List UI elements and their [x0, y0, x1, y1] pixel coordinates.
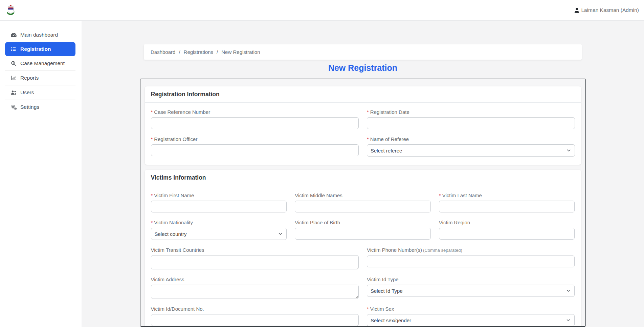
section-victims-information: Victims Information*Victim First NameVic…: [145, 170, 581, 327]
field-label-text: Registration Officer: [154, 136, 197, 142]
field-registration-date: *Registration Date: [367, 109, 575, 129]
required-asterisk: *: [151, 192, 153, 198]
field-label-text: Victim Id/Document No.: [151, 306, 204, 312]
breadcrumb-item-new-registration: New Registration: [221, 49, 260, 55]
victim-place-of-birth-input[interactable]: [295, 228, 431, 240]
field-victim-id-document-no: Victim Id/Document No.: [151, 306, 359, 326]
sidebar-item-case-management[interactable]: Case Management: [5, 56, 75, 70]
victim-transit-countries-textarea[interactable]: [151, 255, 359, 269]
field-victim-nationality: *Victim NationalitySelect country: [151, 220, 287, 240]
sidebar-item-main-dashboard[interactable]: Main dashboard: [5, 28, 75, 42]
field-label-text: Victim Transit Countries: [151, 247, 204, 253]
search-plus-icon: [10, 60, 17, 67]
victim-nationality-select[interactable]: Select country: [151, 228, 287, 240]
victim-address-textarea[interactable]: [151, 285, 359, 299]
required-asterisk: *: [367, 136, 369, 142]
coat-of-arms-logo-icon[interactable]: [5, 4, 16, 16]
list-icon: [10, 46, 17, 53]
sidebar-item-label: Settings: [20, 104, 39, 110]
field-label-text: Victim Address: [151, 277, 184, 282]
breadcrumb-separator: /: [179, 49, 180, 55]
required-asterisk: *: [151, 109, 153, 115]
field-victim-address: Victim Address: [151, 277, 359, 299]
section-title: Victims Information: [145, 170, 581, 186]
breadcrumb-item-dashboard[interactable]: Dashboard: [151, 49, 175, 55]
registration-form-card: Registration Information*Case Reference …: [140, 79, 586, 327]
field-victim-id-type: Victim Id TypeSelect Id Type: [367, 277, 575, 299]
section-registration-information: Registration Information*Case Reference …: [145, 86, 581, 165]
sidebar-item-registration[interactable]: Registration: [5, 42, 75, 56]
field-label-note: (Comma separated): [423, 248, 462, 253]
field-label: Victim Id/Document No.: [151, 306, 359, 312]
registration-officer-input[interactable]: [151, 144, 359, 156]
victim-id-type-select-wrap: Select Id Type: [367, 285, 575, 297]
field-label-text: Victim Last Name: [442, 192, 482, 198]
field-victim-middle-names: Victim Middle Names: [295, 192, 431, 212]
field-victim-first-name: *Victim First Name: [151, 192, 287, 212]
required-asterisk: *: [439, 192, 441, 198]
field-label-text: Name of Referee: [370, 136, 409, 142]
required-asterisk: *: [151, 136, 153, 142]
field-label: *Name of Referee: [367, 136, 575, 142]
name-of-referee-select-wrap: Select referee: [367, 144, 575, 157]
user-name-label: Laiman Kasman (Admin): [581, 7, 639, 13]
sidebar-item-label: Case Management: [20, 60, 65, 66]
field-name-of-referee: *Name of RefereeSelect referee: [367, 136, 575, 157]
field-label-text: Registration Date: [370, 109, 409, 115]
victim-id-type-select[interactable]: Select Id Type: [367, 285, 575, 297]
victim-sex-select-wrap: Select sex/gender: [367, 314, 575, 326]
section-body: *Case Reference Number*Registration Date…: [145, 103, 581, 165]
sidebar-item-label: Main dashboard: [20, 32, 58, 38]
field-label-text: Victim Sex: [370, 306, 394, 312]
field-label: *Victim Last Name: [439, 192, 575, 198]
sidebar-menu: Main dashboardRegistrationCase Managemen…: [0, 28, 82, 114]
user-menu[interactable]: Laiman Kasman (Admin): [574, 7, 639, 14]
sidebar-item-settings[interactable]: Settings: [5, 100, 75, 114]
case-reference-number-input[interactable]: [151, 117, 359, 129]
field-label: *Victim Nationality: [151, 220, 287, 225]
field-label-text: Victim Middle Names: [295, 192, 342, 198]
victim-sex-select[interactable]: Select sex/gender: [367, 314, 575, 326]
required-asterisk: *: [367, 109, 369, 115]
field-label: *Case Reference Number: [151, 109, 359, 115]
victim-middle-names-input[interactable]: [295, 201, 431, 212]
field-label-text: Victim Id Type: [367, 277, 399, 282]
required-asterisk: *: [367, 306, 369, 312]
top-navbar: Laiman Kasman (Admin): [0, 0, 644, 21]
field-label: Victim Id Type: [367, 277, 575, 282]
field-label-text: Victim Region: [439, 220, 470, 225]
breadcrumb-item-registrations[interactable]: Registrations: [184, 49, 214, 55]
victim-phone-number-s-input[interactable]: [367, 256, 575, 267]
victim-last-name-input[interactable]: [439, 201, 575, 212]
chart-line-icon: [10, 75, 17, 81]
sidebar-item-label: Users: [20, 89, 34, 96]
registration-date-input[interactable]: [367, 117, 575, 129]
name-of-referee-select[interactable]: Select referee: [367, 144, 575, 157]
field-label: Victim Transit Countries: [151, 247, 359, 253]
sidebar-item-label: Reports: [20, 75, 39, 81]
sidebar-item-reports[interactable]: Reports: [5, 71, 75, 85]
dashboard-icon: [10, 32, 17, 38]
victim-first-name-input[interactable]: [151, 201, 287, 212]
field-label: *Registration Date: [367, 109, 575, 115]
main-content: Dashboard/Registrations/New Registration…: [82, 21, 644, 327]
field-label-text: Case Reference Number: [154, 109, 210, 115]
user-icon: [574, 7, 580, 14]
section-title: Registration Information: [145, 86, 581, 103]
required-asterisk: *: [151, 220, 153, 225]
victim-id-document-no-input[interactable]: [151, 314, 359, 326]
section-body: *Victim First NameVictim Middle Names*Vi…: [145, 186, 581, 327]
victim-region-input[interactable]: [439, 228, 575, 240]
field-label: Victim Region: [439, 220, 575, 225]
field-label: *Victim First Name: [151, 192, 287, 198]
field-victim-last-name: *Victim Last Name: [439, 192, 575, 212]
field-label: Victim Middle Names: [295, 192, 431, 198]
field-victim-transit-countries: Victim Transit Countries: [151, 247, 359, 269]
field-label: *Registration Officer: [151, 136, 359, 142]
sidebar-item-label: Registration: [20, 46, 51, 52]
gears-icon: [10, 104, 17, 110]
sidebar: Main dashboardRegistrationCase Managemen…: [0, 21, 82, 327]
field-label: *Victim Sex: [367, 306, 575, 312]
sidebar-item-users[interactable]: Users: [5, 85, 75, 100]
field-victim-region: Victim Region: [439, 220, 575, 240]
